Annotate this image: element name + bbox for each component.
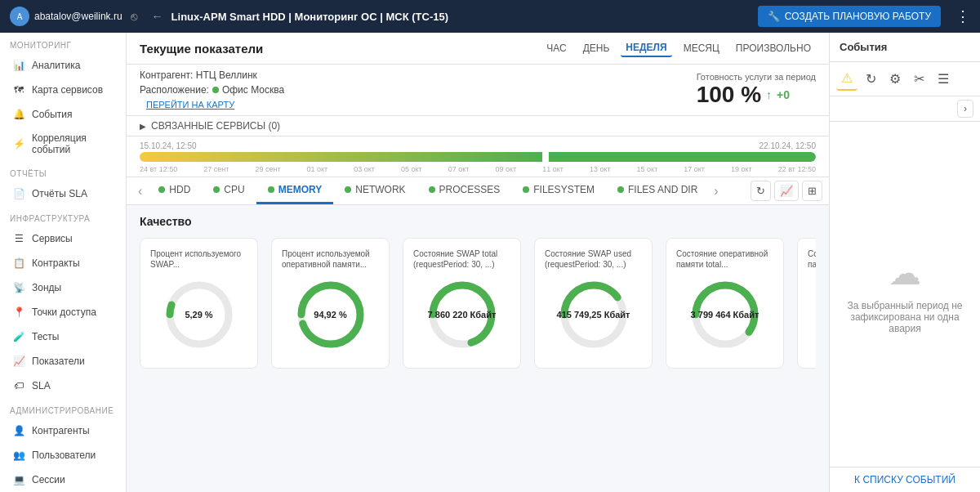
connected-services-label: СВЯЗАННЫЕ СЕРВИСЫ (0)	[151, 120, 280, 132]
username: abatalov@weilink.ru	[34, 11, 122, 22]
events-tab-alerts[interactable]: ⚠	[836, 67, 858, 91]
time-btn-day[interactable]: ДЕНЬ	[578, 40, 615, 56]
sidebar: МОНИТОРИНГ 📊 Аналитика 🗺 Карта сервисов …	[0, 33, 127, 492]
quality-title: Качество	[140, 215, 816, 228]
tab-processes[interactable]: PROCESSES	[417, 177, 512, 204]
events-tab-scissors[interactable]: ✂	[909, 67, 929, 91]
chevron-down-icon: ▶	[140, 122, 146, 131]
agent-location-group: Контрагент: НТЦ Веллинк Расположение: Оф…	[140, 69, 284, 110]
events-list-link[interactable]: К СПИСКУ СОБЫТИЙ	[854, 474, 956, 485]
create-plan-button[interactable]: 🔧 СОЗДАТЬ ПЛАНОВУЮ РАБОТУ	[758, 6, 941, 27]
map-icon: 🗺	[12, 83, 25, 96]
sidebar-item-indicators[interactable]: 📈 Показатели	[0, 349, 126, 373]
tab-scroll-left[interactable]: ‹	[133, 181, 147, 202]
map-link[interactable]: ПЕРЕЙТИ НА КАРТУ	[140, 99, 284, 110]
zap-icon: ⚡	[12, 137, 25, 150]
events-tab-settings[interactable]: ⚙	[884, 67, 906, 91]
metric-label-4: Состояние оперативной памяти total...	[676, 248, 773, 271]
time-btn-custom[interactable]: ПРОИЗВОЛЬНО	[731, 40, 816, 56]
sidebar-item-correlation[interactable]: ⚡ Корреляция событий	[0, 127, 126, 161]
donut-value-1: 94,92 %	[314, 310, 346, 320]
metric-label-1: Процент используемой оперативной памяти.…	[282, 248, 379, 271]
donut-3: 415 749,25 Кбайт	[557, 278, 630, 351]
expand-panel-bar: ›	[830, 96, 980, 122]
test-icon: 🧪	[12, 330, 25, 343]
tick-0: 24 вт 12:50	[140, 165, 177, 173]
contract-icon: 📋	[12, 257, 25, 270]
chart-tab-button[interactable]: 📈	[774, 181, 799, 201]
tick-4: 03 окт	[354, 165, 375, 173]
tick-12: 19 окт	[731, 165, 752, 173]
grid-tab-button[interactable]: ⊞	[802, 181, 822, 201]
tick-13: 22 вт 12:50	[778, 165, 816, 173]
sidebar-label-users: Пользователи	[32, 450, 96, 461]
time-btn-month[interactable]: МЕСЯЦ	[679, 40, 724, 56]
wrench-icon: 🔧	[768, 11, 780, 22]
tab-label-cpu: CPU	[224, 184, 244, 195]
sidebar-item-contracts[interactable]: 📋 Контракты	[0, 251, 126, 275]
events-tab-refresh[interactable]: ↻	[861, 67, 881, 91]
main-layout: МОНИТОРИНГ 📊 Аналитика 🗺 Карта сервисов …	[0, 33, 980, 492]
tab-files-and-dir[interactable]: FILES AND DIR	[606, 177, 709, 204]
tab-scroll-right[interactable]: ›	[709, 181, 723, 202]
sidebar-label-sessions: Сессии	[32, 474, 65, 485]
tabs-bar: ‹ HDD CPU MEMORY NETWORK PROCESSES	[127, 177, 829, 205]
location-info: Расположение: Офис Москва	[140, 84, 284, 96]
avatar: A	[10, 7, 29, 26]
page-breadcrumb: Linux-APM Smart HDD | Мониторинг ОС | МС…	[172, 11, 750, 23]
back-icon[interactable]: ←	[152, 10, 163, 23]
sidebar-item-sessions[interactable]: 💻 Сессии	[0, 467, 126, 492]
sidebar-item-counterparties[interactable]: 👤 Контрагенты	[0, 418, 126, 443]
metrics-section: Качество Процент используемого SWAP... 5…	[127, 205, 829, 492]
tick-9: 13 окт	[590, 165, 611, 173]
timeline-section: 15.10.24, 12:50 22.10.24, 12:50 24 вт 12…	[127, 136, 829, 177]
tab-label-network: NETWORK	[355, 184, 405, 195]
sidebar-label-counterparties: Контрагенты	[32, 425, 90, 436]
tab-hdd[interactable]: HDD	[147, 177, 202, 204]
sidebar-item-probes[interactable]: 📡 Зонды	[0, 275, 126, 300]
logout-icon[interactable]: ⎋	[131, 10, 137, 23]
tick-7: 09 окт	[495, 165, 516, 173]
reports-section-label: ОТЧЁТЫ	[0, 161, 126, 181]
timeline-track[interactable]	[140, 152, 816, 162]
sidebar-item-events[interactable]: 🔔 События	[0, 102, 126, 127]
cloud-icon: ☁	[889, 254, 921, 292]
connected-services-bar[interactable]: ▶ СВЯЗАННЫЕ СЕРВИСЫ (0)	[127, 116, 829, 136]
time-btn-week[interactable]: НЕДЕЛЯ	[621, 39, 671, 57]
tab-label-filesystem: FILESYSTEM	[533, 184, 595, 195]
metric-label-2: Состояние SWAP total (requestPeriod: 30,…	[413, 248, 510, 271]
right-panel: События ⚠ ↻ ⚙ ✂ ☰ › ☁ За выбранный перио…	[829, 33, 980, 492]
tab-network[interactable]: NETWORK	[333, 177, 416, 204]
sidebar-item-access-points[interactable]: 📍 Точки доступа	[0, 300, 126, 324]
sidebar-item-users[interactable]: 👥 Пользователи	[0, 443, 126, 467]
events-tab-list[interactable]: ☰	[933, 67, 954, 91]
probe-icon: 📡	[12, 281, 25, 294]
donut-value-4: 3 799 464 Кбайт	[691, 310, 760, 320]
content-area: Текущие показатели ЧАС ДЕНЬ НЕДЕЛЯ МЕСЯЦ…	[127, 33, 829, 492]
metric-card-1: Процент используемой оперативной памяти.…	[271, 238, 390, 369]
tab-cpu[interactable]: CPU	[202, 177, 256, 204]
timeline-handle[interactable]	[541, 152, 550, 162]
sidebar-item-sla[interactable]: 🏷 SLA	[0, 373, 126, 398]
bell-icon: 🔔	[12, 108, 25, 121]
events-panel-footer: К СПИСКУ СОБЫТИЙ	[830, 467, 980, 492]
sidebar-item-sla-reports[interactable]: 📄 Отчёты SLA	[0, 181, 126, 206]
user-info: A abatalov@weilink.ru	[10, 7, 122, 26]
timeline-fill-past	[140, 152, 546, 162]
sidebar-item-service-map[interactable]: 🗺 Карта сервисов	[0, 78, 126, 102]
sidebar-item-analytics[interactable]: 📊 Аналитика	[0, 53, 126, 78]
sidebar-item-services[interactable]: ☰ Сервисы	[0, 226, 126, 251]
no-events-text: За выбранный период не зафиксирована ни …	[843, 300, 967, 334]
refresh-tab-button[interactable]: ↻	[751, 181, 771, 201]
timeline-labels: 15.10.24, 12:50 22.10.24, 12:50	[140, 141, 816, 152]
tab-label-files: FILES AND DIR	[628, 184, 697, 195]
tab-dot-hdd	[158, 186, 165, 193]
tab-filesystem[interactable]: FILESYSTEM	[511, 177, 606, 204]
time-btn-hour[interactable]: ЧАС	[541, 40, 571, 56]
donut-value-3: 415 749,25 Кбайт	[557, 310, 630, 320]
expand-panel-button[interactable]: ›	[957, 100, 973, 118]
more-options-icon[interactable]: ⋮	[956, 7, 970, 25]
sidebar-item-tests[interactable]: 🧪 Тесты	[0, 324, 126, 349]
availability-arrow-icon: ↑	[766, 88, 772, 101]
tab-memory[interactable]: MEMORY	[256, 177, 334, 204]
